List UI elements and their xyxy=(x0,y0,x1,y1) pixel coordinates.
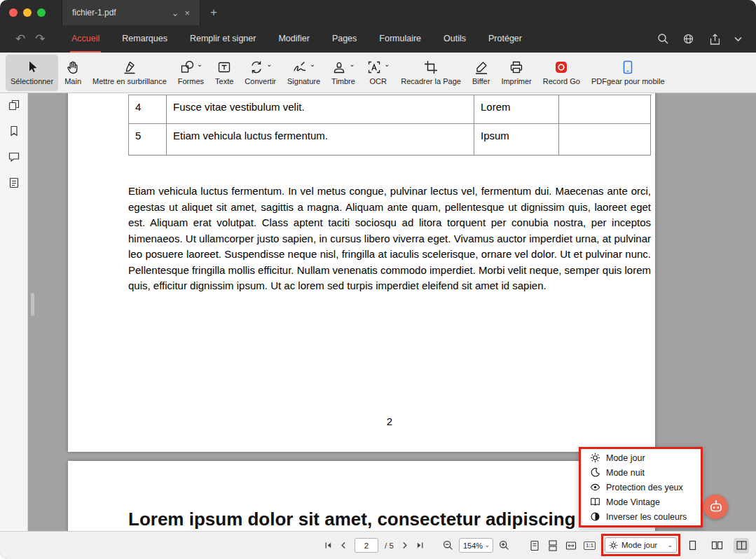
traffic-lights xyxy=(0,8,62,17)
convert-tool-button[interactable]: ⌄ Convertir xyxy=(240,55,281,91)
zoom-window-button[interactable] xyxy=(37,8,46,17)
book-view-button[interactable] xyxy=(734,538,749,553)
menu-item-mode-jour[interactable]: Mode jour xyxy=(581,450,701,465)
moon-icon xyxy=(590,467,600,478)
search-icon[interactable] xyxy=(657,33,669,45)
shapes-tool-button[interactable]: ⌄ Formes xyxy=(173,55,209,91)
actual-size-button[interactable]: 1:1 xyxy=(584,541,596,550)
previous-page-button[interactable] xyxy=(339,541,348,550)
pdf-page-3[interactable]: Lorem ipsum dolor sit amet, consectetur … xyxy=(68,461,655,531)
fit-page-button[interactable] xyxy=(529,540,540,551)
tab-proteger[interactable]: Protéger xyxy=(487,25,523,53)
translate-globe-icon[interactable] xyxy=(682,33,694,45)
actual-size-icon: 1:1 xyxy=(584,541,596,550)
document-heading: Lorem ipsum dolor sit amet, consectetur … xyxy=(128,509,607,530)
form-fields-icon[interactable] xyxy=(5,175,23,191)
page-thumbnails-icon[interactable] xyxy=(5,97,23,113)
tab-accueil[interactable]: Accueil xyxy=(70,25,101,53)
menu-item-inverser-les-couleurs[interactable]: Inverser les couleurs xyxy=(581,509,701,524)
print-button[interactable]: Imprimer xyxy=(496,55,536,91)
page-number-input[interactable] xyxy=(355,538,378,553)
new-tab-button[interactable]: + xyxy=(200,6,227,20)
last-page-button[interactable] xyxy=(415,541,425,550)
redact-tool-button[interactable]: Biffer xyxy=(467,55,495,91)
continuous-scroll-button[interactable] xyxy=(547,540,558,551)
continuous-scroll-icon xyxy=(547,540,558,551)
layout-controls xyxy=(685,532,749,559)
left-sidebar xyxy=(0,93,28,531)
pdfgear-mobile-button[interactable]: PDFgear pour mobile xyxy=(586,55,670,91)
close-window-button[interactable] xyxy=(9,8,18,17)
select-tool-button[interactable]: Sélectionner xyxy=(6,55,58,91)
view-mode-popup: Mode jour Mode nuit Protection des yeux … xyxy=(579,447,703,527)
tab-close-icon[interactable]: × xyxy=(181,8,193,18)
minimize-window-button[interactable] xyxy=(23,8,32,17)
first-page-button[interactable] xyxy=(324,541,333,550)
collapse-toolbar-chevron-icon[interactable] xyxy=(733,35,743,43)
stamp-dropdown-chevron-icon[interactable]: ⌄ xyxy=(349,61,355,68)
view-mode-dropdown[interactable]: Mode jour ⌄ xyxy=(605,537,677,553)
shapes-dropdown-chevron-icon[interactable]: ⌄ xyxy=(197,61,202,68)
annotation-box-view-mode: Mode jour ⌄ xyxy=(601,534,680,556)
menu-item-mode-vintage[interactable]: Mode Vintage xyxy=(581,495,701,509)
eye-icon xyxy=(590,482,600,492)
signature-dropdown-chevron-icon[interactable]: ⌄ xyxy=(310,61,315,68)
zoom-level-select[interactable]: 154% ⌄ xyxy=(459,538,493,553)
tab-pages[interactable]: Pages xyxy=(331,25,358,53)
app-window: fichier-1.pdf ⌄ × + ↶ ↷ Accueil Remarque… xyxy=(0,0,756,559)
mobile-phone-icon xyxy=(620,60,635,75)
table-cell: 4 xyxy=(129,95,167,124)
redo-button[interactable]: ↷ xyxy=(35,32,45,46)
sun-icon xyxy=(590,453,600,463)
first-page-icon xyxy=(324,541,333,550)
panel-resize-handle[interactable] xyxy=(31,293,34,316)
robot-icon xyxy=(708,499,724,515)
hand-tool-button[interactable]: Main xyxy=(60,55,86,91)
signature-tool-button[interactable]: ⌄ Signature xyxy=(282,55,325,91)
bookmarks-icon[interactable] xyxy=(5,123,23,139)
share-icon[interactable] xyxy=(708,33,720,46)
tab-outils[interactable]: Outils xyxy=(442,25,467,53)
menu-item-mode-nuit[interactable]: Mode nuit xyxy=(581,465,701,480)
highlight-tool-button[interactable]: Mettre en surbrillance xyxy=(88,55,172,91)
record-icon xyxy=(554,60,569,75)
menu-item-protection-des-yeux[interactable]: Protection des yeux xyxy=(581,480,701,495)
ocr-dropdown-chevron-icon[interactable]: ⌄ xyxy=(384,61,390,68)
stamp-tool-button[interactable]: ⌄ Timbre xyxy=(327,55,360,91)
comments-icon[interactable] xyxy=(5,149,23,165)
menubar: ↶ ↷ Accueil Remarques Remplir et signer … xyxy=(0,25,756,53)
tab-remarques[interactable]: Remarques xyxy=(121,25,169,53)
tab-modifier[interactable]: Modifier xyxy=(277,25,310,53)
zoom-out-icon xyxy=(443,540,453,551)
undo-button[interactable]: ↶ xyxy=(15,32,25,46)
zoom-in-button[interactable] xyxy=(499,540,509,551)
two-page-view-button[interactable] xyxy=(709,538,724,553)
table-cell xyxy=(559,124,651,156)
zoom-out-button[interactable] xyxy=(443,540,453,551)
tab-formulaire[interactable]: Formulaire xyxy=(378,25,422,53)
tab-chevron-down-icon[interactable]: ⌄ xyxy=(169,8,182,18)
book-view-icon xyxy=(736,539,748,551)
redact-icon xyxy=(474,60,489,75)
table-cell: Ipsum xyxy=(474,124,559,156)
next-page-button[interactable] xyxy=(400,541,409,550)
undo-redo-group: ↶ ↷ xyxy=(15,25,46,53)
page-navigation: / 5 xyxy=(324,532,425,559)
fit-width-button[interactable] xyxy=(565,540,577,551)
zoom-level-value: 154% xyxy=(463,541,483,550)
printer-icon xyxy=(509,60,524,75)
titlebar: fichier-1.pdf ⌄ × + xyxy=(0,0,756,25)
record-go-button[interactable]: Record Go xyxy=(538,55,585,91)
tab-remplir-et-signer[interactable]: Remplir et signer xyxy=(188,25,257,53)
single-page-view-button[interactable] xyxy=(685,538,700,553)
signature-icon: ⌄ xyxy=(292,60,315,75)
ocr-tool-button[interactable]: ⌄ OCR xyxy=(362,55,394,91)
table-cell: Etiam vehicula luctus fermentum. xyxy=(167,124,474,156)
assistant-robot-button[interactable] xyxy=(703,495,728,519)
text-tool-button[interactable]: Texte xyxy=(210,55,238,91)
chevron-right-icon xyxy=(400,541,409,550)
document-tab[interactable]: fichier-1.pdf ⌄ × xyxy=(62,0,200,25)
pdf-page-2[interactable]: 4 Fusce vitae vestibulum velit. Lorem 5 … xyxy=(68,93,655,452)
convert-dropdown-chevron-icon[interactable]: ⌄ xyxy=(266,61,272,68)
crop-page-button[interactable]: Recadrer la Page xyxy=(396,55,466,91)
